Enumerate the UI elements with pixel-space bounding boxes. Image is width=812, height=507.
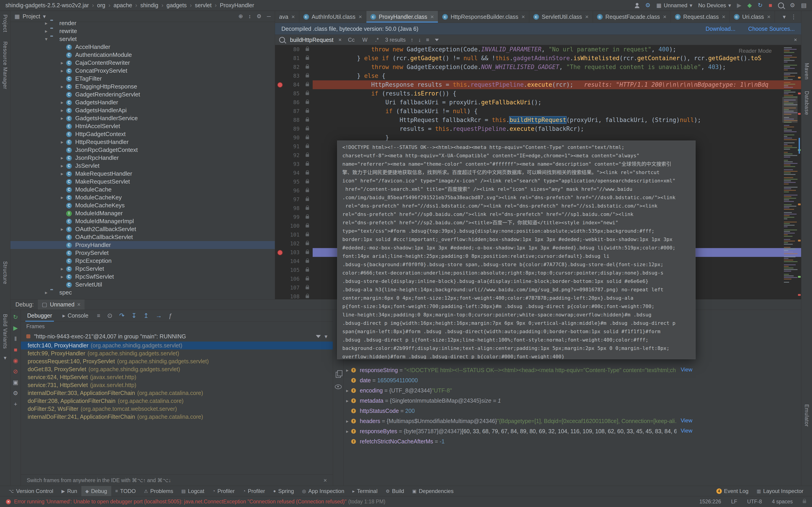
error-stripe[interactable] xyxy=(798,45,801,300)
code-line[interactable]: 82 throw new GadgetException(Code.NON_WH… xyxy=(275,63,801,71)
tool-stripe-button[interactable]: Structure xyxy=(2,261,8,284)
chevron-right-icon[interactable]: ▸ xyxy=(344,429,351,434)
file-encoding-indicator[interactable]: UTF-8 xyxy=(747,499,762,505)
chevron-down-icon[interactable]: ▾ xyxy=(43,13,46,20)
tree-item[interactable]: ▸CModuleCacheKey xyxy=(10,193,275,202)
tool-window-button-version-control[interactable]: ⌥Version Control xyxy=(5,486,57,496)
chevron-right-icon[interactable]: ▸ xyxy=(42,20,50,26)
tree-item[interactable]: CModuleCache xyxy=(10,186,275,193)
watch-icon[interactable] xyxy=(335,385,342,389)
chevron-right-icon[interactable]: ▸ xyxy=(58,139,66,145)
tool-stripe-button[interactable]: Database xyxy=(804,91,810,115)
breadcrumb-item[interactable]: org xyxy=(97,2,105,9)
error-stripe-mark[interactable] xyxy=(798,294,801,296)
step-into-icon[interactable]: ↧ xyxy=(132,312,137,319)
code-line[interactable]: 85 if (results.isError()) { xyxy=(275,89,801,98)
stack-frame[interactable]: fetch:140, ProxyHandler(org.apache.shind… xyxy=(21,342,333,349)
step-out-icon[interactable]: ↥ xyxy=(143,312,149,319)
hide-panel-icon[interactable]: ─ xyxy=(267,13,271,19)
chevron-right-icon[interactable]: ▸ xyxy=(344,368,351,373)
tool-window-button-event-log[interactable]: 4Event Log xyxy=(712,486,753,496)
layout-settings-icon[interactable]: ≡ xyxy=(97,313,100,319)
next-occurrence-icon[interactable]: ↓ xyxy=(418,37,421,43)
search-icon[interactable] xyxy=(778,2,784,8)
stack-frame[interactable]: doFilter:52, WsFilter(org.apache.tomcat.… xyxy=(21,405,333,413)
wrench-icon[interactable]: ⚙ xyxy=(645,2,651,9)
tree-item[interactable]: ▸CETaggingHttpResponse xyxy=(10,82,275,91)
tool-window-button-logcat[interactable]: ▤Logcat xyxy=(177,486,208,496)
device-select[interactable]: No Devices▾ xyxy=(698,2,731,9)
select-all-occurrences-icon[interactable]: ≡ xyxy=(426,37,429,43)
tree-item[interactable]: CProxyServlet xyxy=(10,249,275,257)
minimap[interactable] xyxy=(782,45,798,300)
caret-position[interactable]: 1526:226 xyxy=(699,499,721,505)
view-link[interactable]: View xyxy=(676,428,692,434)
tool-window-button-profiler[interactable]: ◔Profiler xyxy=(239,486,269,496)
tree-item[interactable]: CHttpGadgetContext xyxy=(10,130,275,138)
match-case-toggle[interactable]: Cc xyxy=(347,37,356,43)
editor-tab[interactable]: CRequestFacade.class× xyxy=(593,11,671,23)
chevron-right-icon[interactable]: ▸ xyxy=(58,171,66,177)
rerun-icon[interactable]: ↻ xyxy=(13,312,18,323)
breadcrumb-item[interactable]: apache xyxy=(113,2,132,9)
tree-item[interactable]: ▸CMakeRequestHandler xyxy=(10,170,275,178)
variable-row[interactable]: ▸fmetadata = {SingletonImmutableBiMap@24… xyxy=(344,396,692,406)
indent-indicator[interactable]: 4 spaces xyxy=(772,499,793,505)
chevron-right-icon[interactable]: ▸ xyxy=(58,226,66,232)
tool-window-button-app-inspection[interactable]: ◎App Inspection xyxy=(298,486,348,496)
tree-item[interactable]: CModuleCacheKeys xyxy=(10,202,275,209)
debug-tab-console[interactable]: ▸Console xyxy=(61,310,90,322)
tree-item[interactable]: CRpcException xyxy=(10,257,275,265)
tool-stripe-button[interactable]: Resource Manager xyxy=(2,42,8,90)
tool-window-button-terminal[interactable]: ▸Terminal xyxy=(348,486,382,496)
tool-window-button-debug[interactable]: ◆Debug xyxy=(81,486,111,496)
editor-tab[interactable]: ava× xyxy=(275,11,299,23)
breakpoint-icon[interactable] xyxy=(277,250,283,255)
error-stripe-mark[interactable] xyxy=(798,204,801,205)
stack-frame[interactable]: internalDoFilter:303, ApplicationFilterC… xyxy=(21,389,333,397)
chevron-down-icon[interactable]: ▾ xyxy=(783,13,786,20)
evaluate-icon[interactable]: ƒ xyxy=(169,312,172,319)
view-link[interactable]: View xyxy=(676,367,692,373)
scrollbar-thumb[interactable] xyxy=(799,138,800,154)
tree-item[interactable]: CAccelHandler xyxy=(10,43,275,51)
editor-tab[interactable]: CProxyHandler.class× xyxy=(366,11,438,23)
error-stripe-mark[interactable] xyxy=(798,240,801,241)
tree-item[interactable]: ▸CHttpRequestHandler xyxy=(10,138,275,146)
close-hint-icon[interactable]: × xyxy=(323,477,327,484)
stack-frame[interactable]: service:731, HttpServlet(javax.servlet.h… xyxy=(21,381,333,389)
tree-item[interactable]: ▸CRpcSwfServlet xyxy=(10,273,275,281)
tree-item[interactable]: IModuleIdManager xyxy=(10,209,275,217)
run-icon[interactable]: ▶ xyxy=(737,2,742,9)
breadcrumb-item[interactable]: shindig xyxy=(140,2,158,9)
close-tab-icon[interactable]: × xyxy=(430,13,434,20)
sync-icon[interactable]: ↻ xyxy=(758,2,763,9)
tree-item[interactable]: CJsonRpcGadgetContext xyxy=(10,146,275,154)
stack-frame[interactable]: internalDoFilter:241, ApplicationFilterC… xyxy=(21,413,333,421)
editor-tab[interactable]: CAuthInfoUtil.class× xyxy=(299,11,366,23)
code-line[interactable]: 81 } else if (rcr.getGadget() != null &&… xyxy=(275,54,801,63)
chevron-right-icon[interactable]: ▸ xyxy=(58,266,66,272)
close-tab-icon[interactable]: × xyxy=(767,13,770,20)
debug-session-tab[interactable]: ▢ Unnamed × xyxy=(38,299,85,309)
tool-window-button-dependencies[interactable]: ▣Dependencies xyxy=(408,486,458,496)
tool-stripe-button[interactable]: Build Variants xyxy=(2,314,8,349)
choose-sources-link[interactable]: Choose Sources... xyxy=(748,25,795,32)
step-over-icon[interactable]: ↷ xyxy=(119,312,124,319)
code-line[interactable]: 89 results = this.requestPipeline.execut… xyxy=(275,124,801,133)
chevron-down-icon[interactable]: ▾ xyxy=(42,36,50,42)
whole-words-toggle[interactable]: W xyxy=(361,37,369,43)
chevron-right-icon[interactable]: ▸ xyxy=(58,68,66,74)
user-icon[interactable] xyxy=(635,6,639,8)
breakpoint-icon[interactable] xyxy=(277,82,283,88)
tree-item[interactable]: CAuthenticationModule xyxy=(10,51,275,59)
mute-breakpoints-icon[interactable]: ⊘ xyxy=(13,366,18,377)
pin-icon[interactable]: + xyxy=(14,399,17,409)
error-stripe-mark[interactable] xyxy=(798,93,801,94)
breadcrumb-item[interactable]: servlet xyxy=(195,2,212,9)
chevron-right-icon[interactable]: ▸ xyxy=(58,194,66,201)
layout-icon[interactable]: ▤ xyxy=(801,2,807,9)
tree-item[interactable]: ▸CJsServlet xyxy=(10,162,275,170)
tree-item[interactable]: ▸spec xyxy=(10,289,275,296)
variable-row[interactable]: ▸fresponseBytes = {byte[357187]@24347} [… xyxy=(344,426,692,436)
